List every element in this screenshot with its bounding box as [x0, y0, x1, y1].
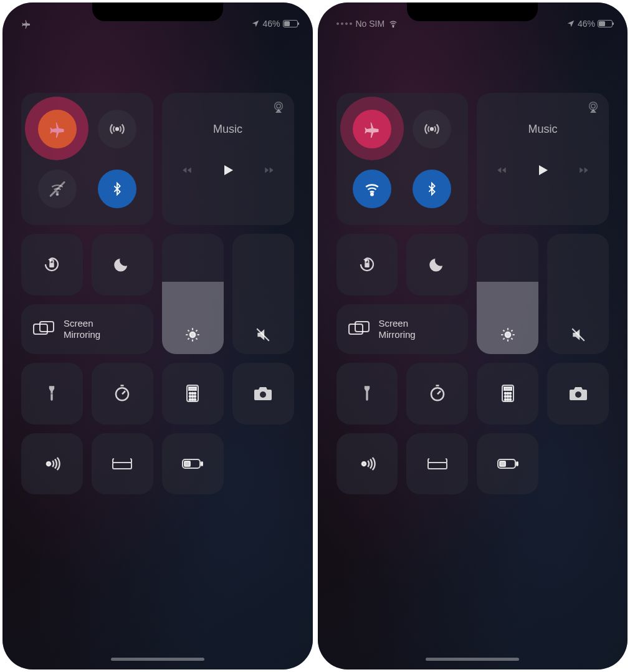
svg-point-21	[260, 391, 266, 398]
calculator-button[interactable]	[477, 363, 538, 425]
svg-rect-38	[504, 387, 512, 390]
svg-point-41	[509, 393, 511, 395]
music-tile[interactable]: Music	[162, 93, 294, 225]
svg-point-31	[591, 104, 595, 108]
svg-point-1	[57, 193, 59, 195]
connectivity-tile[interactable]	[21, 93, 153, 225]
connectivity-tile[interactable]	[336, 93, 469, 225]
phone-right: No SIM 46%	[318, 2, 628, 670]
volume-mute-icon	[570, 327, 586, 343]
carrier-label: No SIM	[356, 19, 385, 29]
orientation-lock-toggle[interactable]	[21, 234, 83, 295]
screen-mirroring-label-2: Mirroring	[64, 329, 100, 340]
svg-point-49	[362, 462, 366, 466]
brightness-slider[interactable]	[477, 234, 538, 354]
svg-point-46	[507, 399, 508, 401]
music-tile[interactable]: Music	[477, 93, 609, 225]
brightness-icon	[500, 327, 516, 343]
svg-point-28	[431, 128, 433, 130]
signal-dots	[336, 22, 352, 25]
svg-point-43	[507, 396, 508, 398]
bluetooth-toggle[interactable]	[413, 170, 451, 208]
svg-rect-52	[517, 462, 518, 466]
airplane-status-icon	[21, 19, 31, 29]
do-not-disturb-toggle[interactable]	[92, 234, 153, 295]
next-track-button[interactable]	[578, 165, 590, 176]
orientation-lock-toggle[interactable]	[336, 234, 398, 295]
svg-point-48	[575, 391, 581, 398]
timer-button[interactable]	[406, 363, 468, 425]
svg-point-44	[509, 396, 511, 398]
svg-point-12	[189, 393, 191, 395]
previous-track-button[interactable]	[495, 165, 508, 176]
sleep-mode-button[interactable]	[92, 433, 153, 495]
airplane-mode-toggle[interactable]	[353, 110, 391, 148]
cellular-data-toggle[interactable]	[413, 110, 451, 148]
svg-point-33	[505, 332, 510, 337]
cellular-data-toggle[interactable]	[98, 110, 136, 148]
brightness-icon	[184, 327, 201, 343]
svg-point-13	[192, 393, 194, 395]
play-button[interactable]	[535, 162, 550, 178]
camera-button[interactable]	[232, 363, 294, 425]
volume-slider[interactable]	[232, 234, 294, 354]
do-not-disturb-toggle[interactable]	[406, 234, 468, 295]
battery-percent: 46%	[262, 19, 280, 29]
music-title: Music	[213, 123, 242, 136]
location-icon	[251, 19, 260, 28]
svg-point-5	[190, 332, 196, 337]
low-power-mode-button[interactable]	[162, 433, 224, 495]
svg-rect-50	[428, 463, 447, 469]
nfc-tag-reader-button[interactable]	[336, 433, 398, 495]
svg-rect-32	[365, 263, 370, 268]
bluetooth-toggle[interactable]	[98, 170, 136, 208]
calculator-button[interactable]	[162, 363, 224, 425]
nfc-tag-reader-button[interactable]	[21, 433, 83, 495]
battery-icon	[598, 20, 613, 27]
svg-point-19	[192, 399, 194, 401]
airplay-icon[interactable]	[272, 100, 285, 114]
home-indicator[interactable]	[426, 658, 519, 661]
brightness-fill	[162, 282, 224, 354]
location-icon	[566, 19, 575, 28]
svg-point-15	[189, 396, 191, 398]
next-track-button[interactable]	[263, 165, 275, 176]
svg-point-3	[276, 104, 280, 108]
svg-point-42	[504, 396, 506, 398]
flashlight-button[interactable]	[21, 363, 83, 425]
screen-mirroring-button[interactable]: Screen Mirroring	[336, 304, 469, 354]
battery-percent: 46%	[578, 19, 595, 29]
svg-point-16	[192, 396, 194, 398]
home-indicator[interactable]	[111, 658, 204, 661]
svg-rect-25	[201, 462, 203, 466]
flashlight-button[interactable]	[336, 363, 398, 425]
control-center: Music	[21, 93, 294, 494]
svg-point-17	[194, 396, 196, 398]
svg-point-20	[194, 399, 196, 401]
wifi-status-icon	[388, 19, 398, 28]
screen-mirroring-label-2: Mirroring	[379, 329, 416, 340]
play-button[interactable]	[221, 162, 236, 178]
low-power-mode-button[interactable]	[477, 433, 538, 495]
brightness-fill	[477, 282, 538, 354]
screen-mirroring-button[interactable]: Screen Mirroring	[21, 304, 153, 354]
notch	[407, 2, 538, 21]
svg-rect-11	[189, 387, 196, 390]
svg-point-14	[194, 393, 196, 395]
sleep-mode-button[interactable]	[406, 433, 468, 495]
airplay-icon[interactable]	[586, 100, 600, 114]
svg-point-22	[47, 462, 50, 466]
wifi-toggle[interactable]	[353, 170, 391, 208]
previous-track-button[interactable]	[181, 165, 193, 176]
svg-rect-23	[113, 463, 131, 469]
screen-mirroring-label-1: Screen	[379, 318, 416, 329]
brightness-slider[interactable]	[162, 234, 224, 354]
svg-point-27	[393, 26, 394, 27]
airplane-mode-toggle[interactable]	[38, 110, 77, 148]
timer-button[interactable]	[92, 363, 153, 425]
svg-point-18	[189, 399, 191, 401]
wifi-toggle[interactable]	[38, 170, 77, 208]
svg-rect-4	[50, 263, 55, 268]
camera-button[interactable]	[547, 363, 609, 425]
volume-slider[interactable]	[547, 234, 609, 354]
